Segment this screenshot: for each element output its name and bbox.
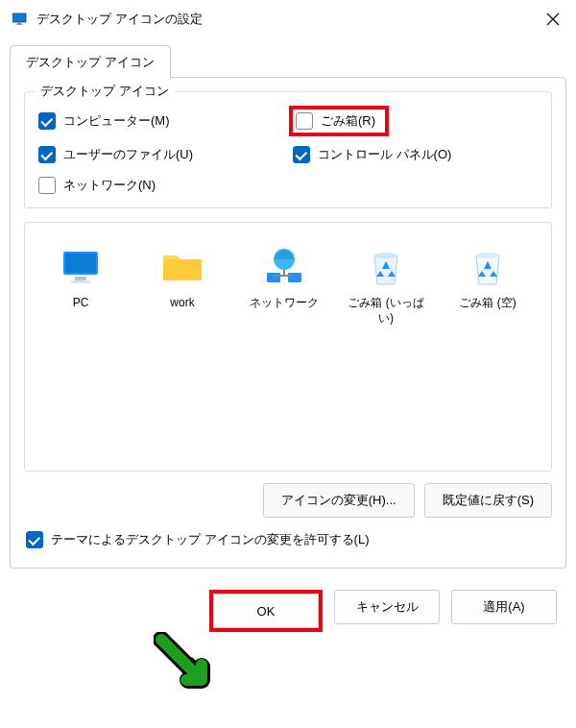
icon-preview-list[interactable]: PC work ネットワーク ごみ箱 (いっぱい): [24, 222, 552, 472]
icon-label: ごみ箱 (空): [444, 296, 532, 311]
checkbox-label: ごみ箱(R): [321, 112, 375, 130]
checkbox-icon: [38, 146, 56, 163]
icon-label: ネットワーク: [240, 296, 328, 311]
titlebar: デスクトップ アイコンの設定: [0, 0, 576, 38]
svg-rect-0: [13, 13, 27, 22]
svg-point-15: [374, 253, 397, 258]
icon-item-recycle-empty[interactable]: ごみ箱 (空): [442, 238, 534, 317]
checkbox-computer[interactable]: コンピューター(M): [38, 109, 283, 133]
network-icon: [261, 244, 307, 290]
svg-rect-7: [65, 254, 96, 273]
svg-rect-12: [288, 273, 301, 282]
pc-icon: [58, 244, 104, 290]
tab-panel: デスクトップ アイコン コンピューター(M) ごみ箱(R) ユーザーのファイル(…: [10, 77, 566, 569]
checkbox-label: ユーザーのファイル(U): [63, 146, 193, 163]
checkbox-allow-themes[interactable]: テーマによるデスクトップ アイコンの変更を許可する(L): [24, 525, 552, 558]
cancel-button[interactable]: キャンセル: [334, 590, 440, 624]
icon-item-pc[interactable]: PC: [35, 238, 127, 317]
icon-label: work: [138, 296, 227, 311]
folder-icon: [159, 244, 205, 290]
recycle-bin-full-icon: [363, 244, 409, 290]
recycle-bin-empty-icon: [465, 244, 511, 290]
restore-defaults-button[interactable]: 既定値に戻す(S): [424, 483, 552, 518]
checkbox-icon: [38, 177, 56, 194]
checkbox-label: コントロール パネル(O): [318, 146, 451, 163]
svg-point-16: [476, 253, 499, 258]
svg-rect-11: [267, 273, 280, 282]
svg-rect-9: [71, 280, 90, 283]
icon-label: PC: [36, 296, 125, 311]
svg-rect-3: [16, 24, 24, 25]
checkbox-icon: [38, 112, 56, 130]
checkbox-control-panel[interactable]: コントロール パネル(O): [293, 146, 538, 163]
apply-button[interactable]: 適用(A): [451, 590, 557, 624]
close-button[interactable]: [541, 8, 564, 31]
tab-strip: デスクトップ アイコン: [0, 38, 576, 78]
tab-desktop-icons[interactable]: デスクトップ アイコン: [10, 45, 171, 79]
ok-button[interactable]: OK: [213, 594, 319, 628]
checkbox-label: コンピューター(M): [63, 112, 170, 130]
icon-item-network[interactable]: ネットワーク: [238, 238, 330, 317]
tab-label: デスクトップ アイコン: [26, 55, 155, 69]
svg-rect-2: [17, 23, 22, 25]
icon-item-recycle-full[interactable]: ごみ箱 (いっぱい): [340, 238, 432, 331]
dialog-button-row: OK キャンセル 適用(A): [0, 578, 576, 649]
icon-label: ごみ箱 (いっぱい): [342, 296, 430, 326]
group-legend: デスクトップ アイコン: [35, 83, 175, 100]
change-icon-button[interactable]: アイコンの変更(H)...: [263, 483, 415, 518]
checkbox-icon: [296, 112, 313, 130]
checkbox-label: テーマによるデスクトップ アイコンの変更を許可する(L): [51, 531, 370, 548]
highlight-ok-button: OK: [209, 590, 323, 632]
checkbox-icon: [26, 531, 43, 548]
checkbox-user-files[interactable]: ユーザーのファイル(U): [38, 146, 283, 163]
desktop-icons-group: デスクトップ アイコン コンピューター(M) ごみ箱(R) ユーザーのファイル(…: [24, 91, 552, 208]
highlight-recycle-checkbox: ごみ箱(R): [289, 106, 389, 136]
desktop-settings-icon: [12, 11, 29, 28]
checkbox-label: ネットワーク(N): [63, 177, 156, 194]
icon-item-work[interactable]: work: [136, 238, 228, 317]
checkbox-icon: [293, 146, 310, 163]
window-title: デスクトップ アイコンの設定: [36, 11, 541, 28]
svg-rect-8: [75, 277, 86, 280]
checkbox-recycle-bin[interactable]: ごみ箱(R): [296, 112, 375, 130]
checkbox-network[interactable]: ネットワーク(N): [38, 177, 283, 194]
